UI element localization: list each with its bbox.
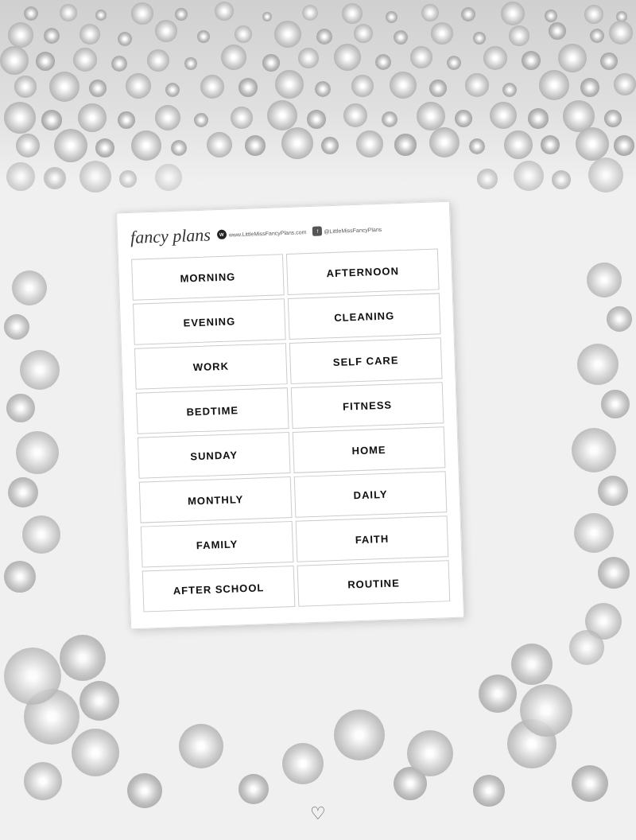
- page-footer-signature: ♡: [310, 803, 326, 824]
- sticker-cleaning: CLEANING: [288, 293, 441, 340]
- sticker-home: HOME: [293, 426, 446, 473]
- sticker-label-routine: ROUTINE: [347, 577, 400, 590]
- social-text: @LittleMissFancyPlans: [324, 226, 382, 234]
- sticker-afterschool: AFTER SCHOOL: [142, 566, 296, 612]
- sticker-label-home: HOME: [351, 443, 386, 456]
- sticker-sheet: fancy plans W www.LittleMissFancyPlans.c…: [116, 201, 464, 629]
- sticker-label-daily: DAILY: [353, 488, 387, 500]
- brand-website: W www.LittleMissFancyPlans.com: [217, 227, 307, 239]
- sticker-label-monthly: MONTHLY: [188, 493, 244, 507]
- sticker-faith: FAITH: [296, 515, 449, 562]
- sticker-evening: EVENING: [133, 298, 286, 345]
- background: fancy plans W www.LittleMissFancyPlans.c…: [0, 0, 636, 840]
- sticker-afternoon: AFTERNOON: [286, 248, 440, 295]
- sticker-work: WORK: [134, 343, 288, 390]
- sticker-grid: MORNING AFTERNOON EVENING CLEANING WORK …: [131, 248, 450, 612]
- sticker-label-family: FAMILY: [196, 538, 238, 551]
- sticker-label-cleaning: CLEANING: [334, 309, 394, 324]
- sticker-bedtime: BEDTIME: [136, 387, 289, 434]
- sticker-morning: MORNING: [131, 254, 285, 301]
- sticker-fitness: FITNESS: [291, 382, 444, 429]
- sticker-selfcare: SELF CARE: [289, 337, 443, 384]
- sticker-routine: ROUTINE: [297, 560, 451, 607]
- website-text: www.LittleMissFancyPlans.com: [229, 229, 307, 237]
- sticker-sunday: SUNDAY: [138, 432, 291, 479]
- sticker-family: FAMILY: [141, 521, 294, 568]
- website-icon: W: [217, 230, 227, 239]
- sticker-label-sunday: SUNDAY: [190, 449, 238, 462]
- sticker-label-bedtime: BEDTIME: [186, 404, 238, 418]
- sticker-label-afternoon: AFTERNOON: [326, 265, 399, 279]
- brand-logo: fancy plans: [130, 224, 211, 248]
- brand-social: f @LittleMissFancyPlans: [312, 224, 382, 236]
- social-icon: f: [312, 226, 322, 235]
- brand-header: fancy plans W www.LittleMissFancyPlans.c…: [130, 216, 438, 247]
- sticker-label-work: WORK: [192, 360, 229, 373]
- sticker-label-morning: MORNING: [180, 270, 235, 284]
- sticker-label-selfcare: SELF CARE: [333, 354, 399, 368]
- sticker-label-afterschool: AFTER SCHOOL: [173, 581, 265, 597]
- sticker-label-faith: FAITH: [355, 532, 389, 545]
- sticker-label-evening: EVENING: [183, 315, 235, 329]
- sticker-daily: DAILY: [294, 471, 448, 518]
- sticker-monthly: MONTHLY: [139, 476, 293, 523]
- sticker-label-fitness: FITNESS: [343, 399, 392, 412]
